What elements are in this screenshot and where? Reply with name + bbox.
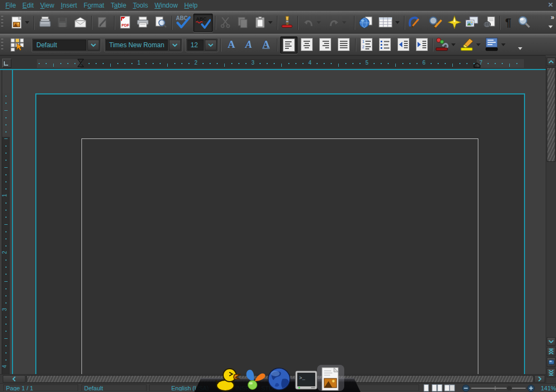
- horizontal-ruler[interactable]: [37, 59, 524, 68]
- indent-marker[interactable]: [77, 59, 84, 67]
- spellcheck-button[interactable]: ABC: [174, 14, 192, 31]
- email-button[interactable]: [72, 14, 89, 31]
- font-size-value[interactable]: 12: [187, 40, 204, 50]
- toolbar-overflow-button[interactable]: »: [551, 14, 554, 21]
- styles-button[interactable]: [9, 36, 25, 53]
- bold-button[interactable]: A: [224, 36, 239, 53]
- page-preview-button[interactable]: [153, 14, 169, 31]
- numbered-list-button[interactable]: 12: [358, 36, 375, 53]
- menu-window[interactable]: Window: [151, 1, 181, 10]
- find-replace-button[interactable]: [427, 14, 444, 31]
- highlighting-dropdown-arrow[interactable]: [476, 43, 481, 46]
- font-size-combo[interactable]: 12: [186, 38, 218, 52]
- background-color-button[interactable]: [484, 36, 500, 53]
- document-area[interactable]: 1234: [0, 69, 546, 375]
- zoom-out-button[interactable]: [462, 384, 470, 392]
- terminal-icon[interactable]: >_: [295, 370, 318, 390]
- book-view-icon[interactable]: [444, 384, 455, 391]
- navigate-by-button[interactable]: [547, 357, 555, 367]
- toolbar-grip[interactable]: [1, 39, 3, 50]
- cut-button[interactable]: [217, 14, 233, 31]
- navigator-button[interactable]: [446, 14, 463, 31]
- image-document-icon[interactable]: [320, 367, 341, 392]
- tab-stop-selector[interactable]: [2, 59, 11, 68]
- redo-dropdown-arrow[interactable]: [342, 21, 346, 24]
- close-document-icon[interactable]: ✕: [548, 1, 553, 9]
- menu-file[interactable]: File: [2, 1, 19, 10]
- font-size-dropdown[interactable]: [205, 40, 217, 50]
- scroll-right-button[interactable]: [534, 375, 545, 383]
- toolbar-overflow-arrow[interactable]: [548, 26, 553, 28]
- undo-dropdown-arrow[interactable]: [317, 21, 321, 24]
- format-paintbrush-button[interactable]: [279, 14, 295, 31]
- status-page[interactable]: Page 1 / 1: [3, 384, 78, 391]
- messenger-pinwheel-icon[interactable]: [243, 368, 266, 391]
- font-name-dropdown[interactable]: [169, 40, 181, 50]
- highlighting-button[interactable]: [459, 36, 475, 53]
- edit-file-button[interactable]: [94, 14, 111, 31]
- zoom-level[interactable]: 141%: [539, 384, 556, 391]
- new-dropdown-arrow[interactable]: [25, 21, 29, 24]
- paragraph-style-combo[interactable]: Default: [31, 38, 101, 52]
- justify-button[interactable]: [336, 36, 352, 53]
- next-page-button[interactable]: [547, 368, 555, 377]
- web-browser-icon[interactable]: [267, 367, 291, 391]
- font-color-dropdown-arrow[interactable]: [451, 43, 456, 46]
- save-button[interactable]: [54, 14, 71, 31]
- font-name-value[interactable]: Times New Roman: [106, 40, 168, 50]
- duck-icon[interactable]: [215, 367, 241, 392]
- scroll-up-button[interactable]: [547, 58, 555, 66]
- menu-help[interactable]: Help: [181, 1, 201, 10]
- vertical-scroll-thumb[interactable]: [547, 67, 555, 162]
- hyperlink-button[interactable]: [357, 14, 375, 31]
- right-indent-marker[interactable]: [473, 62, 481, 68]
- new-document-button[interactable]: [9, 14, 25, 31]
- font-color-button[interactable]: [434, 36, 450, 53]
- zoom-button[interactable]: [516, 14, 533, 31]
- insert-table-button[interactable]: [377, 14, 394, 31]
- scroll-left-button[interactable]: [3, 375, 26, 383]
- scroll-down-button[interactable]: [547, 337, 555, 346]
- menu-edit[interactable]: Edit: [19, 1, 37, 10]
- toolbar-grip[interactable]: [1, 16, 3, 29]
- bullet-list-button[interactable]: [377, 36, 393, 53]
- previous-page-button[interactable]: [547, 347, 555, 356]
- font-name-combo[interactable]: Times New Roman: [104, 38, 182, 52]
- zoom-slider-track[interactable]: [470, 384, 527, 392]
- italic-button[interactable]: A: [241, 36, 256, 53]
- status-page-style[interactable]: Default: [81, 384, 147, 391]
- copy-button[interactable]: [235, 14, 251, 31]
- paste-dropdown-arrow[interactable]: [268, 21, 273, 24]
- print-button[interactable]: [135, 14, 151, 31]
- align-right-button[interactable]: [317, 36, 333, 53]
- formatting-overflow-arrow[interactable]: [518, 47, 522, 50]
- vertical-ruler[interactable]: [2, 93, 10, 375]
- zoom-in-button[interactable]: [527, 384, 535, 392]
- paragraph-style-dropdown[interactable]: [87, 40, 99, 50]
- vertical-scrollbar[interactable]: [546, 56, 556, 383]
- menu-format[interactable]: Format: [80, 1, 108, 10]
- paste-button[interactable]: [252, 14, 268, 31]
- paragraph-style-value[interactable]: Default: [33, 40, 86, 50]
- open-button[interactable]: [37, 14, 53, 31]
- data-sources-button[interactable]: [481, 14, 497, 31]
- draw-functions-button[interactable]: [406, 14, 422, 31]
- table-dropdown-arrow[interactable]: [395, 21, 400, 24]
- underline-button[interactable]: A: [258, 36, 274, 53]
- multi-page-view-icon[interactable]: [432, 384, 443, 391]
- menu-tools[interactable]: Tools: [130, 1, 151, 10]
- auto-spellcheck-button[interactable]: ABC: [193, 14, 213, 32]
- increase-indent-button[interactable]: [414, 36, 430, 53]
- undo-button[interactable]: [300, 14, 317, 31]
- align-center-button[interactable]: [299, 36, 315, 53]
- single-page-view-icon[interactable]: [422, 384, 430, 391]
- background-color-dropdown-arrow[interactable]: [501, 43, 506, 46]
- export-pdf-button[interactable]: PDF: [117, 14, 133, 31]
- redo-button[interactable]: [326, 14, 342, 31]
- gallery-button[interactable]: [464, 14, 480, 31]
- decrease-indent-button[interactable]: [395, 36, 412, 53]
- menu-view[interactable]: View: [37, 1, 58, 10]
- align-left-button[interactable]: [280, 36, 298, 54]
- menu-insert[interactable]: Insert: [58, 1, 80, 10]
- menu-table[interactable]: Table: [108, 1, 130, 10]
